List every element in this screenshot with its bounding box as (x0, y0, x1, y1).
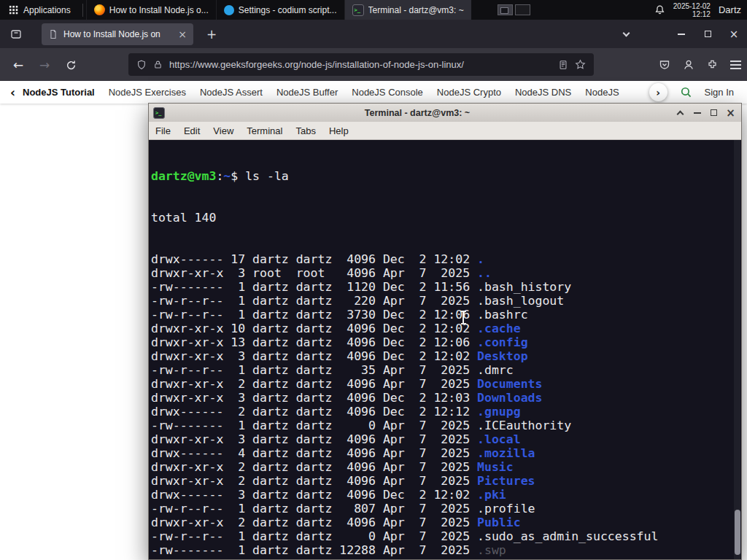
workspace-switcher (498, 4, 530, 15)
terminal-line: drwxr-xr-x 10 dartz dartz 4096 Dec 2 12:… (151, 322, 741, 335)
taskbar-item-label: Settings - codium script... (239, 5, 337, 15)
panel-separator (82, 4, 83, 17)
site-nav-back-icon[interactable]: ‹ (10, 85, 15, 100)
menu-file[interactable]: File (149, 125, 177, 136)
tab-close-icon[interactable]: × (178, 28, 187, 40)
terminal-line: drwxr-xr-x 2 dartz dartz 4096 Apr 7 2025… (151, 557, 741, 559)
site-nav-item[interactable]: NodeJS Tutorial (23, 87, 95, 98)
lock-icon[interactable] (153, 60, 163, 69)
browser-minimize-button[interactable] (668, 20, 694, 48)
site-nav-item[interactable]: NodeJS Crypto (437, 87, 501, 98)
mouse-cursor (462, 312, 464, 323)
site-nav-items: NodeJS Tutorial NodeJS Exercises NodeJS … (23, 87, 624, 98)
pocket-icon[interactable] (659, 59, 670, 71)
terminal-line: drwxr-xr-x 2 dartz dartz 4096 Apr 7 2025… (151, 377, 741, 391)
terminal-line: drwx------ 3 dartz dartz 4096 Dec 2 12:0… (151, 488, 741, 502)
menu-edit[interactable]: Edit (177, 125, 206, 136)
notifications-bell-icon[interactable] (654, 4, 665, 15)
terminal-line: drwx------ 4 dartz dartz 4096 Apr 7 2025… (151, 446, 741, 460)
menu-icon[interactable] (730, 64, 741, 66)
terminal-body[interactable]: dartz@vm3:~$ ls -la total 140 drwx------… (149, 140, 741, 559)
back-button[interactable]: ← (7, 54, 29, 76)
site-nav-bar: ‹ NodeJS Tutorial NodeJS Exercises NodeJ… (0, 81, 747, 104)
terminal-line: drwxr-xr-x 3 root root 4096 Apr 7 2025 .… (151, 266, 741, 280)
applications-menu[interactable]: Applications (0, 0, 80, 20)
site-nav-item[interactable]: NodeJS Buffer (276, 87, 338, 98)
scrollbar-thumb[interactable] (735, 510, 740, 555)
sign-in-button[interactable]: Sign In (705, 87, 734, 98)
terminal-line: -rw------- 1 dartz dartz 1120 Dec 2 11:5… (151, 280, 741, 294)
prompt-command: ls -la (245, 169, 289, 183)
firefox-view-icon[interactable] (7, 25, 26, 44)
taskbar-item-terminal[interactable]: Terminal - dartz@vm3: ~ (344, 0, 471, 20)
browser-maximize-button[interactable] (694, 20, 721, 48)
site-nav-forward-icon[interactable]: › (649, 83, 667, 101)
terminal-line: -rw------- 1 dartz dartz 0 Apr 7 2025 .I… (151, 419, 741, 432)
terminal-line: -rw-r--r-- 1 dartz dartz 35 Apr 7 2025 .… (151, 363, 741, 377)
taskbar-item-browser[interactable]: How to Install Node.js o... (86, 0, 216, 20)
terminal-minimize-button[interactable] (691, 106, 703, 119)
site-nav-item[interactable]: NodeJS Console (352, 87, 423, 98)
search-icon[interactable] (680, 86, 692, 98)
site-nav-item[interactable]: NodeJS DNS (515, 87, 571, 98)
terminal-window: Terminal - dartz@vm3: ~ × File Edit View… (148, 103, 742, 560)
applications-label: Applications (23, 5, 71, 15)
firefox-icon (94, 4, 105, 15)
terminal-total-line: total 140 (151, 211, 741, 225)
terminal-line: drwxr-xr-x 2 dartz dartz 4096 Apr 7 2025… (151, 460, 741, 474)
account-icon[interactable] (683, 59, 694, 71)
forward-button[interactable]: → (34, 54, 55, 76)
terminal-close-button[interactable]: × (724, 106, 737, 119)
reload-icon[interactable] (60, 54, 82, 76)
prompt-symbol: $ (231, 169, 245, 183)
clock[interactable]: 2025-12-02 12:12 (673, 2, 711, 18)
terminal-prompt-line: dartz@vm3:~$ ls -la (151, 169, 741, 183)
workspace-2[interactable] (515, 4, 530, 15)
site-nav-item[interactable]: NodeJS (585, 87, 619, 98)
terminal-line: -rw-r--r-- 1 dartz dartz 0 Apr 7 2025 .s… (151, 529, 741, 543)
panel-status-area: 2025-12-02 12:12 Dartz (654, 2, 747, 18)
terminal-line: drwxr-xr-x 2 dartz dartz 4096 Apr 7 2025… (151, 516, 741, 529)
bookmark-star-icon[interactable] (575, 59, 586, 70)
browser-tab[interactable]: How to Install Node.js on × (42, 23, 193, 45)
taskbar-item-settings[interactable]: Settings - codium script... (216, 0, 344, 20)
list-all-tabs-chevron-icon[interactable] (616, 20, 636, 48)
terminal-line: -rw-r--r-- 1 dartz dartz 3730 Dec 2 12:0… (151, 308, 741, 322)
clock-time: 12:12 (673, 10, 711, 18)
new-tab-button[interactable]: + (202, 27, 221, 42)
terminal-menubar: File Edit View Terminal Tabs Help (149, 122, 741, 140)
settings-app-icon (224, 5, 234, 15)
site-nav-item[interactable]: NodeJS Assert (200, 87, 263, 98)
url-bar[interactable]: https://www.geeksforgeeks.org/node-js/in… (128, 53, 594, 76)
workspace-1[interactable] (498, 4, 513, 15)
user-menu[interactable]: Dartz (719, 4, 741, 15)
browser-window-controls: × (668, 20, 747, 48)
terminal-line: drwxr-xr-x 2 dartz dartz 4096 Apr 7 2025… (151, 474, 741, 488)
terminal-scrollbar[interactable] (734, 140, 740, 559)
menu-help[interactable]: Help (322, 125, 355, 136)
tracking-shield-icon[interactable] (136, 60, 147, 70)
terminal-line: drwx------ 17 dartz dartz 4096 Dec 2 12:… (151, 252, 741, 266)
terminal-line: -rw-r--r-- 1 dartz dartz 220 Apr 7 2025 … (151, 294, 741, 308)
browser-toolbar: ← → https://www.geeksforgeeks.org/node-j… (0, 48, 747, 81)
terminal-line: drwxr-xr-x 3 dartz dartz 4096 Apr 7 2025… (151, 432, 741, 446)
terminal-line: -rw-r--r-- 1 dartz dartz 807 Apr 7 2025 … (151, 502, 741, 516)
menu-view[interactable]: View (206, 125, 240, 136)
terminal-titlebar[interactable]: Terminal - dartz@vm3: ~ × (149, 104, 741, 122)
tab-title: How to Install Node.js on (63, 29, 173, 39)
clock-date: 2025-12-02 (673, 2, 711, 10)
browser-close-button[interactable]: × (721, 20, 747, 48)
reader-mode-icon[interactable] (558, 60, 568, 70)
menu-tabs[interactable]: Tabs (289, 125, 322, 136)
terminal-line: -rw------- 1 dartz dartz 12288 Apr 7 202… (151, 543, 741, 557)
extensions-icon[interactable] (707, 59, 718, 70)
terminal-shade-button[interactable] (674, 106, 686, 119)
top-panel: Applications How to Install Node.js o...… (0, 0, 747, 20)
menu-terminal[interactable]: Terminal (240, 125, 289, 136)
applications-grid-icon (9, 5, 18, 15)
terminal-line: drwx------ 2 dartz dartz 4096 Dec 2 12:1… (151, 405, 741, 419)
terminal-maximize-button[interactable] (708, 106, 720, 119)
terminal-line: drwxr-xr-x 13 dartz dartz 4096 Dec 2 12:… (151, 335, 741, 349)
site-nav-item[interactable]: NodeJS Exercises (109, 87, 186, 98)
tab-favicon-page-icon (48, 29, 58, 39)
